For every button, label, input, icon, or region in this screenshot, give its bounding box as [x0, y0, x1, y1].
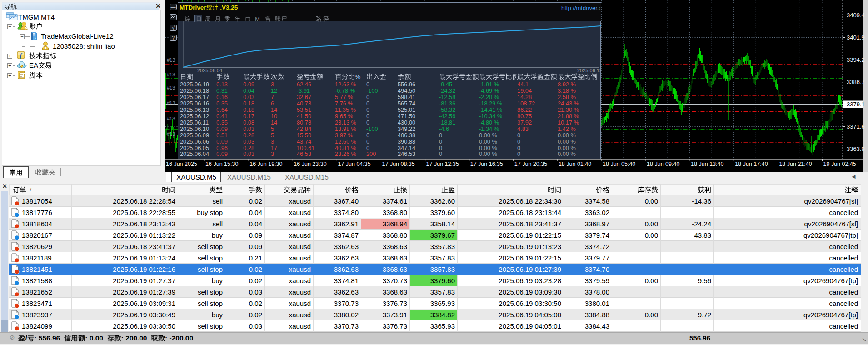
svg-text:3371.6: 3371.6 — [847, 123, 865, 130]
svg-text:18 Jun 05:40: 18 Jun 05:40 — [603, 161, 635, 167]
svg-text:16 Jun 2025: 16 Jun 2025 — [166, 161, 197, 167]
svg-text:#13: #13 — [167, 57, 175, 63]
svg-text:18 Jun 13:40: 18 Jun 13:40 — [691, 161, 723, 167]
svg-text:16 Jun 19:30: 16 Jun 19:30 — [249, 161, 282, 167]
svg-text:3401.9: 3401.9 — [847, 34, 865, 41]
svg-text:16 Jun 23:30: 16 Jun 23:30 — [294, 161, 326, 167]
svg-text:17 Jun 08:35: 17 Jun 08:35 — [382, 161, 415, 167]
svg-text:18 Jun 21:40: 18 Jun 21:40 — [779, 161, 812, 167]
svg-text:17 Jun 04:35: 17 Jun 04:35 — [338, 161, 370, 167]
svg-text:#13: #13 — [167, 116, 175, 121]
svg-text:18 Jun 01:40: 18 Jun 01:40 — [559, 161, 591, 167]
svg-text:3386.7: 3386.7 — [847, 79, 865, 85]
svg-text:17 Jun 16:35: 17 Jun 16:35 — [470, 161, 503, 167]
svg-text:17 Jun 12:35: 17 Jun 12:35 — [426, 161, 459, 167]
svg-text:#13: #13 — [167, 85, 175, 90]
svg-text:2025.06.19: 2025.06.19 — [577, 68, 601, 73]
svg-text:3363.9: 3363.9 — [847, 145, 865, 152]
svg-text:3394.2: 3394.2 — [847, 56, 865, 63]
svg-text:2025.06.04: 2025.06.04 — [197, 68, 222, 73]
svg-text:#13: #13 — [167, 131, 175, 137]
svg-text:3379.1: 3379.1 — [847, 101, 865, 108]
svg-text:3409.4: 3409.4 — [847, 12, 865, 19]
svg-text:18 Jun 09:40: 18 Jun 09:40 — [647, 161, 679, 167]
svg-text:#13: #13 — [167, 72, 175, 77]
svg-text:19 Jun 02:45: 19 Jun 02:45 — [823, 161, 856, 167]
svg-text:18 Jun 17:40: 18 Jun 17:40 — [735, 161, 768, 167]
svg-text:17 Jun 20:35: 17 Jun 20:35 — [514, 161, 547, 167]
svg-text:16 Jun 15:30: 16 Jun 15:30 — [205, 161, 238, 167]
svg-text:#13: #13 — [167, 100, 175, 106]
